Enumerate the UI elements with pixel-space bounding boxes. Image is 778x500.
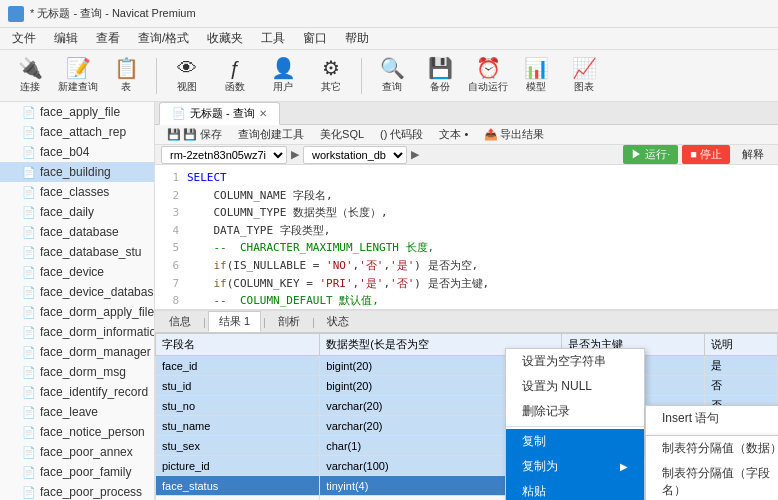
table-small-icon-4: 📄 [22, 166, 36, 179]
model-icon: 📊 [524, 58, 549, 78]
sidebar-item-face-poor-annex[interactable]: 📄 face_poor_annex [0, 442, 154, 462]
table-row[interactable]: stu_id bigint(20) 否 否 [156, 376, 778, 396]
code-snippet-button[interactable]: () 代码段 [374, 125, 429, 144]
menu-bar: 文件 编辑 查看 查询/格式 收藏夹 工具 窗口 帮助 [0, 28, 778, 50]
sidebar-item-face-classes[interactable]: 📄 face_classes [0, 182, 154, 202]
menu-window[interactable]: 窗口 [295, 28, 335, 49]
sidebar-item-face-dorm-apply[interactable]: 📄 face_dorm_apply_file [0, 302, 154, 322]
table-small-icon-20: 📄 [22, 486, 36, 499]
function-button[interactable]: ƒ 函数 [213, 54, 257, 98]
menu-help[interactable]: 帮助 [337, 28, 377, 49]
tab-result-1[interactable]: 结果 1 [208, 311, 261, 332]
other-button[interactable]: ⚙ 其它 [309, 54, 353, 98]
sidebar-item-face-identify[interactable]: 📄 face_identify_record [0, 382, 154, 402]
export-result-button[interactable]: 📤 导出结果 [478, 125, 550, 144]
connect-icon: 🔌 [18, 58, 43, 78]
cell-field: stu_id [156, 376, 320, 396]
title-bar: * 无标题 - 查询 - Navicat Premium [0, 0, 778, 28]
table-small-icon-9: 📄 [22, 266, 36, 279]
model-button[interactable]: 📊 模型 [514, 54, 558, 98]
tab-status[interactable]: 状态 [317, 312, 359, 331]
tab-close-button[interactable]: ✕ [259, 108, 267, 119]
ctx-copy[interactable]: 复制 [506, 429, 644, 454]
backup-button[interactable]: 💾 备份 [418, 54, 462, 98]
save-button[interactable]: 💾 💾 保存 [161, 125, 228, 144]
sidebar-item-face-device-db[interactable]: 📄 face_device_database [0, 282, 154, 302]
menu-query[interactable]: 查询/格式 [130, 28, 197, 49]
sidebar-item-face-poor-family[interactable]: 📄 face_poor_family [0, 462, 154, 482]
query-button[interactable]: 🔍 查询 [370, 54, 414, 98]
stop-button[interactable]: ■ 停止 [682, 145, 730, 164]
sidebar-item-face-building[interactable]: 📄 face_building [0, 162, 154, 182]
tab-info[interactable]: 信息 [159, 312, 201, 331]
sidebar-item-face-dorm-msg[interactable]: 📄 face_dorm_msg [0, 362, 154, 382]
menu-favorites[interactable]: 收藏夹 [199, 28, 251, 49]
col-header-field: 字段名 [156, 334, 320, 356]
ctx-set-empty-string[interactable]: 设置为空字符串 [506, 349, 644, 374]
backup-icon: 💾 [428, 58, 453, 78]
connection-select[interactable]: rm-2zetn83n05wz7i [161, 146, 287, 164]
autorun-button[interactable]: ⏰ 自动运行 [466, 54, 510, 98]
sidebar-item-face-apply-file[interactable]: 📄 face_apply_file [0, 102, 154, 122]
toolbar-separator [156, 58, 157, 94]
code-snippet-label: () 代码段 [380, 127, 423, 142]
ctx-delete-record[interactable]: 删除记录 [506, 399, 644, 424]
ctx-paste[interactable]: 粘贴 [506, 479, 644, 500]
connect-button[interactable]: 🔌 连接 [8, 54, 52, 98]
other-icon: ⚙ [322, 58, 340, 78]
sidebar-item-face-b04[interactable]: 📄 face_b04 [0, 142, 154, 162]
table-small-icon-13: 📄 [22, 346, 36, 359]
explain-button[interactable]: 解释 [734, 145, 772, 164]
toolbar-separator-2 [361, 58, 362, 94]
sidebar-item-face-notice[interactable]: 📄 face_notice_person [0, 422, 154, 442]
sidebar-item-face-dorm-info[interactable]: 📄 face_dorm_informatio [0, 322, 154, 342]
run-button[interactable]: ▶ 运行· [623, 145, 678, 164]
submenu-tab-fields[interactable]: 制表符分隔值（字段名） [646, 461, 778, 500]
tab-cropping[interactable]: 剖析 [268, 312, 310, 331]
sidebar-item-face-attach-rep[interactable]: 📄 face_attach_rep [0, 122, 154, 142]
sidebar-item-face-dorm-manager[interactable]: 📄 face_dorm_manager [0, 342, 154, 362]
ctx-copy-as[interactable]: 复制为 ▶ [506, 454, 644, 479]
cell-field: stu_sex [156, 436, 320, 456]
connect-label: 连接 [20, 80, 40, 94]
user-label: 用户 [273, 80, 293, 94]
sidebar-item-face-leave[interactable]: 📄 face_leave [0, 402, 154, 422]
sql-line-3: 3 COLUMN_TYPE 数据类型（长度）, [159, 204, 774, 222]
sql-line-8: 8 -- COLUMN_DEFAULT 默认值, [159, 292, 774, 310]
new-query-button[interactable]: 📝 新建查询 [56, 54, 100, 98]
cell-field: face_status [156, 476, 320, 496]
beautify-button[interactable]: 美化SQL [314, 125, 370, 144]
ctx-set-null[interactable]: 设置为 NULL [506, 374, 644, 399]
menu-tools[interactable]: 工具 [253, 28, 293, 49]
submenu-tab-data[interactable]: 制表符分隔值（数据） [646, 436, 778, 461]
menu-edit[interactable]: 编辑 [46, 28, 86, 49]
autorun-label: 自动运行 [468, 80, 508, 94]
export-label: 导出结果 [500, 127, 544, 142]
cell-field: stu_no [156, 396, 320, 416]
sql-line-6: 6 if(IS_NULLABLE = 'NO','否','是') 是否为空, [159, 257, 774, 275]
table-button[interactable]: 📋 表 [104, 54, 148, 98]
sidebar-item-face-device[interactable]: 📄 face_device [0, 262, 154, 282]
sql-line-2: 2 COLUMN_NAME 字段名, [159, 187, 774, 205]
sql-editor[interactable]: 1 SELECT 2 COLUMN_NAME 字段名, 3 COLUMN_TYP… [155, 165, 778, 310]
chart-icon: 📈 [572, 58, 597, 78]
menu-view[interactable]: 查看 [88, 28, 128, 49]
conn-arrow-icon: ▶ [291, 148, 299, 161]
query-builder-button[interactable]: 查询创建工具 [232, 125, 310, 144]
text-button[interactable]: 文本 • [433, 125, 474, 144]
view-icon: 👁 [177, 58, 197, 78]
sidebar-item-face-database[interactable]: 📄 face_database [0, 222, 154, 242]
user-button[interactable]: 👤 用户 [261, 54, 305, 98]
menu-file[interactable]: 文件 [4, 28, 44, 49]
view-button[interactable]: 👁 视图 [165, 54, 209, 98]
chart-button[interactable]: 📈 图表 [562, 54, 606, 98]
database-select[interactable]: workstation_db [303, 146, 407, 164]
query-tab[interactable]: 📄 无标题 - 查询 ✕ [159, 102, 280, 125]
sidebar-item-face-daily[interactable]: 📄 face_daily [0, 202, 154, 222]
sidebar-item-face-poor-process[interactable]: 📄 face_poor_process [0, 482, 154, 500]
app-icon [8, 6, 24, 22]
sidebar-item-face-database-stu[interactable]: 📄 face_database_stu [0, 242, 154, 262]
submenu-insert-statement[interactable]: Insert 语句 [646, 406, 778, 431]
context-menu: 设置为空字符串 设置为 NULL 删除记录 复制 复制为 ▶ 粘贴 显示 ▶ [505, 348, 645, 500]
table-row[interactable]: face_id bigint(20) 否 是 [156, 356, 778, 376]
